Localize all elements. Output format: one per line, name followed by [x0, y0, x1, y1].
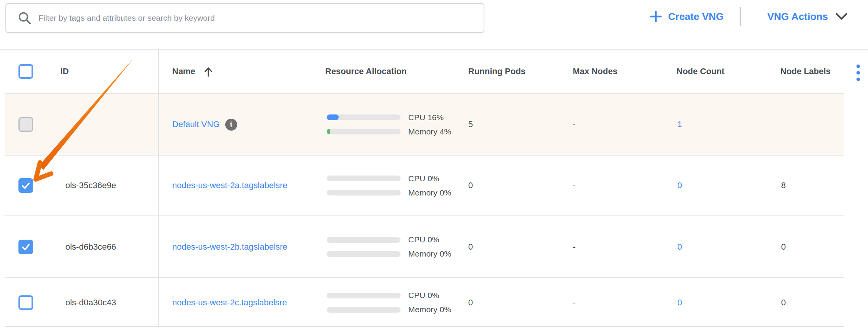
- node-labels-value: 0: [781, 216, 786, 277]
- vng-actions-button[interactable]: VNG Actions: [767, 6, 848, 27]
- vng-name-link[interactable]: Default VNG: [172, 119, 220, 129]
- vng-id: ols-d0a30c43: [65, 278, 116, 327]
- create-vng-label: Create VNG: [668, 11, 724, 23]
- max-nodes-value: -: [573, 216, 575, 277]
- memory-bar: [327, 307, 401, 313]
- node-labels-value: 8: [781, 156, 786, 215]
- cpu-label: CPU 16%: [408, 113, 444, 122]
- cpu-label: CPU 0%: [408, 235, 439, 244]
- create-vng-button[interactable]: Create VNG: [650, 6, 724, 27]
- search-icon: [18, 11, 32, 25]
- memory-label: Memory 4%: [408, 127, 451, 136]
- resource-allocation: CPU 0% Memory 0%: [327, 156, 451, 215]
- memory-bar: [327, 190, 401, 195]
- info-icon[interactable]: i: [225, 119, 237, 131]
- id-name-column-divider: [158, 50, 159, 326]
- resource-allocation: CPU 0% Memory 0%: [327, 278, 451, 327]
- node-count-link[interactable]: 0: [677, 181, 682, 191]
- memory-label: Memory 0%: [408, 188, 451, 197]
- row-checkbox[interactable]: [18, 295, 33, 310]
- toolbar-divider: [740, 7, 741, 26]
- column-header-node-count[interactable]: Node Count: [677, 50, 725, 93]
- memory-bar: [327, 129, 401, 134]
- search-input[interactable]: [38, 13, 474, 23]
- node-labels-value: 0: [781, 278, 786, 327]
- column-header-max-nodes[interactable]: Max Nodes: [573, 50, 617, 93]
- cpu-label: CPU 0%: [408, 291, 439, 300]
- node-count-link[interactable]: 0: [677, 298, 682, 308]
- column-header-node-labels[interactable]: Node Labels: [780, 50, 831, 93]
- select-all-checkbox[interactable]: [18, 64, 33, 79]
- max-nodes-value: -: [573, 278, 575, 327]
- column-header-resource-allocation[interactable]: Resource Allocation: [325, 50, 407, 93]
- filter-search-box[interactable]: [5, 3, 484, 33]
- column-options-kebab-icon[interactable]: [856, 65, 860, 84]
- cpu-bar: [327, 237, 401, 243]
- cpu-bar: [327, 114, 401, 120]
- row-checkbox[interactable]: [18, 117, 33, 132]
- vng-name-link[interactable]: nodes-us-west-2a.tagslabelsre: [172, 181, 288, 191]
- vng-id: ols-35c36e9e: [65, 156, 116, 215]
- max-nodes-value: -: [573, 156, 575, 215]
- cpu-bar: [327, 293, 401, 298]
- table-body: Default VNG i CPU 16% Memory 4% 5 - 1: [5, 93, 844, 327]
- cpu-label: CPU 0%: [408, 174, 439, 183]
- running-pods-value: 0: [468, 278, 473, 327]
- memory-label: Memory 0%: [408, 249, 451, 258]
- sort-ascending-icon: [204, 66, 213, 77]
- resource-allocation: CPU 0% Memory 0%: [327, 216, 451, 277]
- row-checkbox[interactable]: [18, 240, 33, 254]
- memory-label: Memory 0%: [408, 305, 451, 314]
- vng-actions-label: VNG Actions: [767, 11, 828, 23]
- running-pods-value: 0: [468, 156, 473, 215]
- cpu-bar: [327, 176, 401, 181]
- column-header-id[interactable]: ID: [60, 50, 69, 93]
- node-count-link[interactable]: 0: [677, 242, 682, 252]
- row-checkbox[interactable]: [18, 178, 33, 193]
- table-header-row: ID Name Resource Allocation Running Pods…: [5, 50, 844, 93]
- vng-table-page: Create VNG VNG Actions ID Name Resource …: [0, 0, 868, 328]
- table-row: ols-35c36e9e nodes-us-west-2a.tagslabels…: [5, 155, 844, 215]
- plus-icon: [650, 10, 662, 23]
- resource-allocation: CPU 16% Memory 4%: [327, 94, 451, 155]
- chevron-down-icon: [835, 12, 848, 21]
- node-count-link[interactable]: 1: [677, 119, 682, 129]
- column-header-running-pods[interactable]: Running Pods: [468, 50, 525, 93]
- table-row: ols-d0a30c43 nodes-us-west-2c.tagslabels…: [5, 277, 844, 327]
- vng-name-link[interactable]: nodes-us-west-2c.tagslabelsre: [172, 298, 287, 308]
- vng-name-link[interactable]: nodes-us-west-2b.tagslabelsre: [172, 242, 288, 252]
- max-nodes-value: -: [573, 94, 575, 155]
- table-row: Default VNG i CPU 16% Memory 4% 5 - 1: [5, 93, 844, 155]
- running-pods-value: 0: [468, 216, 473, 277]
- running-pods-value: 5: [468, 94, 473, 155]
- memory-bar: [327, 251, 401, 257]
- table-bottom-rule: [5, 326, 844, 327]
- column-header-name[interactable]: Name: [172, 50, 213, 93]
- vng-id: ols-d6b3ce66: [65, 216, 116, 277]
- table-row: ols-d6b3ce66 nodes-us-west-2b.tagslabels…: [5, 215, 844, 277]
